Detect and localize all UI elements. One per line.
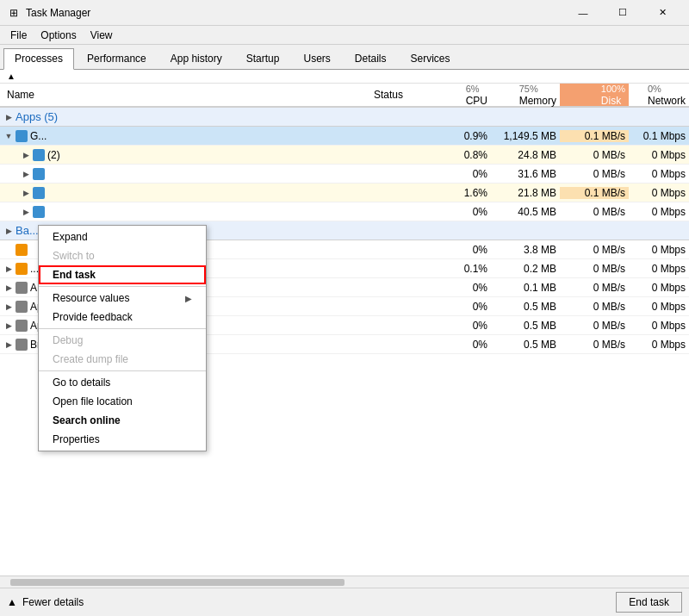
background-section-label: Ba...: [16, 224, 39, 237]
process-icon: [33, 149, 45, 161]
col-header-disk[interactable]: 100%Disk: [560, 84, 629, 106]
process-memory: 31.6 MB: [491, 168, 560, 180]
process-disk: 0 MB/s: [560, 168, 629, 180]
process-network: 0 Mbps: [629, 187, 689, 199]
ctx-expand[interactable]: Expand: [39, 227, 206, 246]
process-disk: 0 MB/s: [560, 320, 629, 332]
process-icon: [16, 130, 28, 142]
process-memory: 1,149.5 MB: [491, 130, 560, 142]
tab-details[interactable]: Details: [344, 48, 398, 69]
process-icon: [16, 282, 28, 294]
sort-arrow-icon: ▲: [7, 72, 16, 81]
menu-view[interactable]: View: [84, 28, 120, 43]
process-icon: [33, 206, 45, 218]
process-cpu: 0%: [439, 301, 491, 313]
process-disk: 0.1 MB/s: [560, 130, 629, 142]
menu-file[interactable]: File: [3, 28, 34, 43]
process-network: 0 Mbps: [629, 168, 689, 180]
ctx-end-task[interactable]: End task: [39, 265, 206, 284]
process-memory: 21.8 MB: [491, 187, 560, 199]
ctx-resource-values[interactable]: Resource values ▶: [39, 289, 206, 308]
col-header-cpu[interactable]: 6%CPU: [439, 84, 491, 106]
col-header-network[interactable]: 0%Network: [629, 84, 689, 106]
process-icon: [16, 339, 28, 351]
col-header-memory[interactable]: 75%Memory: [491, 84, 560, 106]
ctx-open-file-location[interactable]: Open file location: [39, 392, 206, 411]
process-cpu: 0%: [439, 244, 491, 256]
ctx-go-to-details[interactable]: Go to details: [39, 373, 206, 392]
tab-startup[interactable]: Startup: [235, 48, 291, 69]
maximize-button[interactable]: ☐: [603, 0, 642, 26]
tab-users[interactable]: Users: [292, 48, 341, 69]
fewer-details-label: Fewer details: [22, 596, 84, 608]
minimize-button[interactable]: —: [563, 0, 603, 26]
process-icon: [16, 244, 28, 256]
ctx-search-online[interactable]: Search online: [39, 411, 206, 430]
row-expand-icon: ▶: [21, 208, 31, 216]
process-network: 0 Mbps: [629, 149, 689, 161]
process-network: 0 Mbps: [629, 301, 689, 313]
process-network: 0 Mbps: [629, 206, 689, 218]
horizontal-scrollbar[interactable]: [0, 576, 689, 588]
ctx-provide-feedback[interactable]: Provide feedback: [39, 308, 206, 327]
process-disk: 0 MB/s: [560, 244, 629, 256]
process-icon: [16, 263, 28, 275]
apps-section-label: Apps (5): [16, 110, 58, 123]
row-expand-icon: ▶: [3, 283, 14, 292]
table-row[interactable]: ▶ 0% 31.6 MB 0 MB/s 0 Mbps: [0, 165, 689, 184]
process-memory: 0.5 MB: [491, 320, 560, 332]
menu-options[interactable]: Options: [34, 28, 83, 43]
process-cpu: 0%: [439, 282, 491, 294]
col-header-status[interactable]: Status: [370, 84, 439, 106]
row-expand-icon: ▶: [3, 340, 14, 349]
context-menu: Expand Switch to End task Resource value…: [38, 225, 207, 451]
tab-app-history[interactable]: App history: [159, 48, 233, 69]
process-network: 0 Mbps: [629, 320, 689, 332]
process-memory: 3.8 MB: [491, 244, 560, 256]
process-disk: 0 MB/s: [560, 301, 629, 313]
process-cpu: 0.1%: [439, 263, 491, 275]
h-scroll-thumb[interactable]: [10, 579, 344, 586]
menu-bar: File Options View: [0, 26, 689, 45]
close-button[interactable]: ✕: [642, 0, 682, 26]
ctx-debug[interactable]: Debug: [39, 331, 206, 350]
col-header-name[interactable]: Name: [0, 84, 370, 106]
process-memory: 0.2 MB: [491, 263, 560, 275]
background-expand-icon: ▶: [3, 227, 14, 235]
process-cpu: 0%: [439, 320, 491, 332]
fewer-details-button[interactable]: ▲ Fewer details: [7, 596, 84, 608]
process-network: 0 Mbps: [629, 244, 689, 256]
apps-expand-icon: ▶: [3, 113, 14, 121]
process-icon: [33, 187, 45, 199]
tab-processes[interactable]: Processes: [3, 48, 74, 70]
ctx-properties[interactable]: Properties: [39, 430, 206, 449]
tab-bar: Processes Performance App history Startu…: [0, 45, 689, 70]
main-content: ▲ Name Status 6%CPU 75%Memory 100%Disk 0…: [0, 70, 689, 588]
process-icon: [33, 168, 45, 180]
table-row[interactable]: ▶ 1.6% 21.8 MB 0.1 MB/s 0 Mbps: [0, 184, 689, 202]
tab-performance[interactable]: Performance: [76, 48, 158, 69]
apps-section-header[interactable]: ▶ Apps (5): [0, 108, 689, 127]
process-network: 0 Mbps: [629, 339, 689, 351]
table-row[interactable]: ▶ (2) 0.8% 24.8 MB 0 MB/s 0 Mbps: [0, 146, 689, 165]
row-expand-icon: ▶: [21, 189, 31, 197]
ctx-switch-to[interactable]: Switch to: [39, 246, 206, 265]
fewer-details-arrow-icon: ▲: [7, 596, 17, 608]
end-task-button[interactable]: End task: [616, 592, 682, 613]
tab-services[interactable]: Services: [400, 48, 462, 69]
process-icon: [16, 301, 28, 313]
table-row[interactable]: ▶ 0% 40.5 MB 0 MB/s 0 Mbps: [0, 202, 689, 221]
process-disk: 0.1 MB/s: [560, 187, 629, 199]
ctx-create-dump[interactable]: Create dump file: [39, 350, 206, 369]
process-memory: 24.8 MB: [491, 149, 560, 161]
ctx-separator-3: [39, 370, 206, 371]
row-expand-icon: ▶: [21, 151, 31, 159]
process-name: G...: [30, 130, 47, 142]
process-memory: 0.5 MB: [491, 301, 560, 313]
row-expand-icon: ▶: [3, 264, 14, 273]
table-row[interactable]: ▼ G... 0.9% 1,149.5 MB 0.1 MB/s 0.1 Mbps: [0, 127, 689, 146]
process-cpu: 0.9%: [439, 130, 491, 142]
process-memory: 40.5 MB: [491, 206, 560, 218]
process-disk: 0 MB/s: [560, 282, 629, 294]
window-controls: — ☐ ✕: [563, 0, 682, 26]
